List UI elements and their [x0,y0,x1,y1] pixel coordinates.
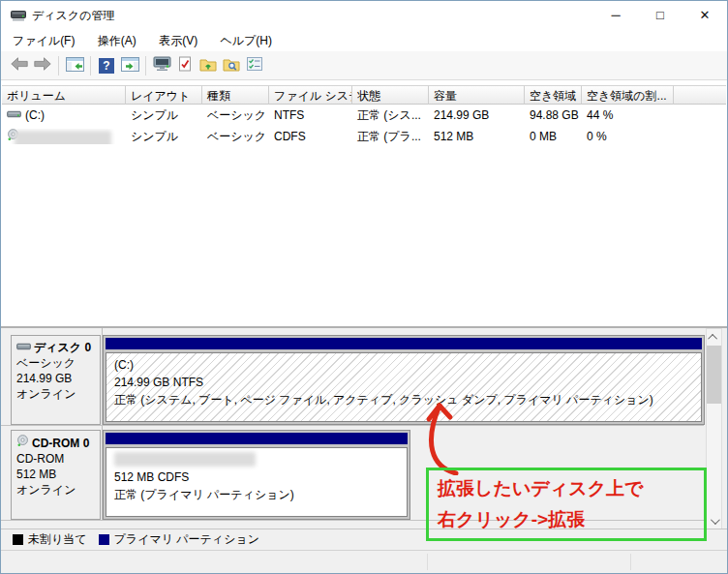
find-button[interactable] [220,54,243,77]
partition-color-bar [106,338,702,349]
annotation-text-line2: 右クリック->拡張 [438,504,695,535]
cdrom-partition[interactable]: 512 MB CDFS 正常 (プライマリ パーティション) [106,447,408,517]
cell-type: ベーシック [202,129,269,145]
cell-free-pct: 0 % [582,130,674,143]
partition-status: 正常 (システム, ブート, ページ ファイル, アクティブ, クラッシュ ダン… [114,391,693,408]
disk-state: オンライン [16,386,95,402]
statusbar-divider [630,554,631,570]
disk-kind: ベーシック [16,355,95,371]
check-document-icon [177,56,193,75]
disk0-header[interactable]: ディスク 0 ベーシック 214.99 GB オンライン [11,335,101,425]
cell-type: ベーシック [202,107,269,124]
cell-filesystem: CDFS [269,130,352,143]
checklist-icon [247,57,262,74]
minimize-button[interactable]: ─ [593,1,638,30]
annotation-box: 拡張したいディスク上で 右クリック->拡張 [426,468,707,541]
menu-action[interactable]: 操作(A) [88,30,146,51]
menubar: ファイル(F) 操作(A) 表示(V) ヘルプ(H) [1,30,727,51]
cell-layout: シンプル [126,129,202,145]
partition-status: 正常 (プライマリ パーティション) [114,486,399,503]
monitor-icon [153,56,171,75]
disk0-strip: (C:) 214.99 GB NTFS 正常 (システム, ブート, ページ フ… [103,335,705,425]
refresh-button[interactable] [150,54,173,77]
export-button[interactable] [197,54,220,77]
back-button[interactable] [8,54,31,77]
primary-partition-label: プライマリ パーティション [114,531,259,548]
close-button[interactable]: ✕ [682,1,727,30]
annotation-arrow-icon [415,392,483,475]
properties-button[interactable] [243,54,266,77]
scrollbar-thumb[interactable] [707,346,721,404]
cell-status: 正常 (シス... [352,107,429,124]
partition-color-bar [106,433,408,444]
cell-capacity: 214.99 GB [429,108,525,122]
disk-name: CD-ROM 0 [32,436,89,451]
cell-filesystem: NTFS [269,108,352,122]
volume-name: (C:) [25,108,45,122]
table-row[interactable]: シンプル ベーシック CDFS 正常 (プラ... 512 MB 0 MB 0 … [2,126,726,147]
toolbar: ? [1,51,727,80]
annotation-text-line1: 拡張したいディスク上で [438,473,695,504]
scroll-down-button[interactable] [707,513,721,529]
partition-info: 214.99 GB NTFS [114,374,693,391]
scroll-up-button[interactable] [707,329,721,345]
c-drive-partition[interactable]: (C:) 214.99 GB NTFS 正常 (システム, ブート, ページ フ… [106,352,702,422]
maximize-button[interactable]: □ [638,1,682,30]
menu-file[interactable]: ファイル(F) [3,30,84,51]
drive-icon [16,340,31,355]
column-header-capacity[interactable]: 容量 [429,85,525,105]
window-title: ディスクの管理 [32,1,114,30]
disk-size: 214.99 GB [16,371,95,386]
column-header-filler [674,85,726,105]
titlebar: ディスクの管理 ─ □ ✕ [1,1,727,30]
help-icon: ? [99,58,114,74]
cdrom0-strip: 512 MB CDFS 正常 (プライマリ パーティション) [103,430,410,520]
chevron-up-icon [708,333,717,343]
chevron-down-icon [711,515,720,525]
table-row[interactable]: (C:) シンプル ベーシック NTFS 正常 (シス... 214.99 GB… [2,105,726,126]
unallocated-label: 未割り当て [28,531,87,548]
column-header-type[interactable]: 種類 [202,85,269,105]
column-header-filesystem[interactable]: ファイル システム [269,85,352,105]
cd-icon [16,435,29,451]
column-header-free-pct[interactable]: 空き領域の割... [582,85,674,105]
cdrom0-header[interactable]: CD-ROM 0 CD-ROM 512 MB オンライン [11,430,101,520]
folder-search-icon [223,57,240,75]
forward-icon [34,57,51,74]
toolbar-separator [58,56,59,76]
column-header-status[interactable]: 状態 [352,85,429,105]
cell-layout: シンプル [126,107,202,124]
disk-state: オンライン [16,482,95,498]
back-icon [11,57,28,74]
statusbar-divider [427,554,428,570]
forward-button[interactable] [31,54,54,77]
action-pane-button[interactable] [118,54,141,77]
console-tree-button[interactable] [63,54,86,77]
volume-list-pane: ボリューム レイアウト 種類 ファイル システム 状態 容量 空き領域 空き領域… [1,80,727,327]
menu-help[interactable]: ヘルプ(H) [210,30,282,51]
menu-view[interactable]: 表示(V) [149,30,207,51]
column-header-volume[interactable]: ボリューム [2,85,126,105]
cell-status: 正常 (プラ... [352,129,429,145]
column-header-free[interactable]: 空き領域 [525,85,582,105]
volume-table-header: ボリューム レイアウト 種類 ファイル システム 状態 容量 空き領域 空き領域… [2,85,726,105]
disk-name: ディスク 0 [34,340,91,355]
check-disk-button[interactable] [173,54,197,77]
cell-free: 0 MB [525,130,582,143]
vertical-scrollbar[interactable] [706,328,722,529]
drive-icon [7,108,21,122]
disk-size: 512 MB [16,467,95,482]
column-header-layout[interactable]: レイアウト [126,85,202,105]
disk0-row: ディスク 0 ベーシック 214.99 GB オンライン (C:) 214.99… [1,328,704,426]
action-pane-icon [121,57,139,75]
primary-partition-swatch [99,534,109,545]
partition-label: (C:) [114,356,693,374]
redacted-partition-label [114,452,256,467]
console-tree-icon [66,57,84,75]
cell-capacity: 512 MB [429,130,525,143]
partition-info: 512 MB CDFS [114,468,399,486]
redacted-volume-name [15,131,111,144]
toolbar-separator [145,56,146,76]
folder-up-icon [199,57,217,75]
help-button[interactable]: ? [95,54,118,77]
